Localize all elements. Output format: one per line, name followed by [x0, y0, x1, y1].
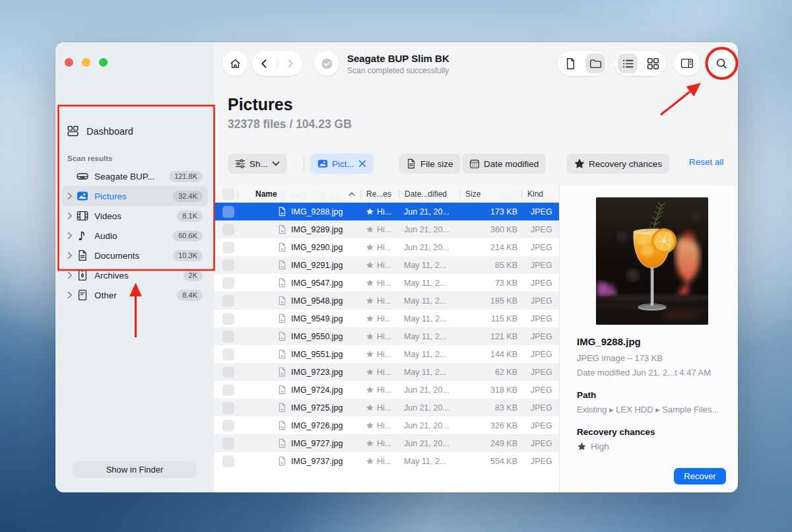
recovery-cell: Hi... — [360, 350, 399, 359]
traffic-lights — [65, 58, 108, 67]
file-icon — [406, 158, 416, 169]
table-row[interactable]: IMG_9737.jpg Hi... May 11, 2... 554 KB J… — [214, 452, 559, 470]
close-icon[interactable] — [358, 160, 366, 168]
table-row[interactable]: IMG_9727.jpg Hi... Jun 21, 20... 249 KB … — [214, 434, 559, 452]
recovery-chances-filter-button[interactable]: Recovery chances — [567, 154, 669, 174]
recovery-cell: Hi... — [360, 368, 399, 377]
table-row[interactable]: IMG_9290.jpg Hi... Jun 21, 20... 214 KB … — [214, 238, 559, 256]
sidebar-item[interactable]: Audio 60.6K — [61, 226, 208, 246]
image-file-icon — [277, 242, 287, 252]
image-file-icon — [277, 331, 287, 341]
column-header-name[interactable]: Name — [238, 189, 360, 199]
column-header-kind[interactable]: Kind — [521, 189, 559, 199]
table-header: Name Re...es Date...dified Size Kind — [214, 185, 559, 203]
show-filter-dropdown[interactable]: Sh... — [228, 154, 287, 174]
table-row[interactable]: IMG_9291.jpg Hi... May 11, 2... 85 KB JP… — [214, 256, 559, 274]
scan-status-button[interactable] — [314, 51, 339, 76]
star-icon — [366, 385, 374, 394]
sidebar-item[interactable]: Other 8.4K — [61, 285, 208, 305]
row-checkbox[interactable] — [222, 277, 234, 289]
row-checkbox[interactable] — [222, 331, 234, 343]
date-modified-filter-button[interactable]: Date modified — [462, 154, 546, 174]
sidebar-item[interactable]: Seagate BUP... 121.8K — [61, 166, 208, 186]
sidebar-item[interactable]: Archives 2K — [61, 265, 208, 285]
kind-cell: JPEG — [521, 385, 559, 395]
table-row[interactable]: IMG_9548.jpg Hi... May 11, 2... 185 KB J… — [214, 292, 559, 310]
close-window-button[interactable] — [65, 58, 73, 67]
table-row[interactable]: IMG_9723.jpg Hi... May 11, 2... 62 KB JP… — [214, 363, 559, 381]
row-checkbox[interactable] — [222, 366, 234, 378]
row-checkbox[interactable] — [222, 242, 234, 253]
folder-icon — [589, 57, 602, 70]
date-cell: May 11, 2... — [399, 279, 459, 288]
size-cell: 85 KB — [459, 261, 521, 270]
recover-label: Recover — [684, 471, 715, 481]
recovery-cell: Hi... — [360, 457, 399, 466]
row-checkbox[interactable] — [222, 455, 234, 467]
image-file-icon — [277, 403, 287, 413]
table-row[interactable]: IMG_9725.jpg Hi... Jun 21, 20... 83 KB J… — [214, 399, 559, 416]
row-checkbox[interactable] — [222, 224, 234, 236]
app-window: Dashboard Scan results Seagate BUP... 12… — [55, 42, 738, 492]
star-icon — [366, 368, 374, 376]
row-checkbox[interactable] — [222, 259, 234, 271]
type-filter-chip[interactable]: Pict... — [310, 154, 374, 174]
sidebar-item-dashboard[interactable]: Dashboard — [67, 125, 133, 137]
file-name-cell: IMG_9288.jpg — [238, 207, 360, 216]
row-checkbox[interactable] — [222, 438, 234, 449]
recover-button[interactable]: Recover — [674, 468, 726, 484]
toggle-preview-panel-button[interactable] — [674, 51, 700, 76]
minimize-window-button[interactable] — [82, 58, 90, 67]
column-header-recovery[interactable]: Re...es — [360, 189, 399, 199]
folders-view-button[interactable] — [585, 53, 605, 73]
table-row[interactable]: IMG_9289.jpg Hi... Jun 21, 20... 360 KB … — [214, 220, 559, 238]
sidebar-item[interactable]: Pictures 32.4K — [61, 186, 208, 206]
kind-cell: JPEG — [521, 403, 559, 413]
row-checkbox[interactable] — [222, 206, 234, 218]
column-header-date[interactable]: Date...dified — [399, 189, 459, 199]
table-row[interactable]: IMG_9288.jpg Hi... Jun 21, 20... 173 KB … — [214, 203, 559, 220]
date-cell: May 11, 2... — [399, 368, 459, 377]
home-button[interactable] — [222, 51, 248, 76]
table-row[interactable]: IMG_9550.jpg Hi... May 11, 2... 121 KB J… — [214, 327, 559, 345]
sidebar-item[interactable]: Videos 8.1K — [61, 206, 208, 226]
file-name-cell: IMG_9737.jpg — [238, 456, 360, 466]
row-checkbox[interactable] — [222, 349, 234, 360]
show-filter-label: Sh... — [249, 159, 268, 169]
file-size-filter-button[interactable]: File size — [399, 154, 461, 174]
row-checkbox[interactable] — [222, 313, 234, 325]
show-in-finder-button[interactable]: Show in Finder — [73, 461, 197, 478]
sidebar-item[interactable]: Documents 10.3K — [61, 246, 208, 265]
row-checkbox[interactable] — [222, 402, 234, 414]
select-all-checkbox[interactable] — [222, 188, 234, 200]
size-cell: 83 KB — [459, 403, 521, 413]
star-icon — [366, 207, 374, 216]
column-header-size[interactable]: Size — [459, 189, 521, 199]
table-row[interactable]: IMG_9726.jpg Hi... Jun 21, 20... 326 KB … — [214, 416, 559, 434]
row-checkbox[interactable] — [222, 420, 234, 432]
row-checkbox[interactable] — [222, 384, 234, 396]
star-icon — [366, 421, 374, 430]
row-checkbox[interactable] — [222, 295, 234, 307]
table-row[interactable]: IMG_9551.jpg Hi... May 11, 2... 144 KB J… — [214, 345, 559, 363]
list-view-button[interactable] — [618, 53, 638, 73]
size-cell: 318 KB — [459, 385, 521, 395]
image-file-icon — [277, 420, 287, 430]
preview-panel: IMG_9288.jpg JPEG image – 173 KB Date mo… — [559, 185, 738, 492]
sidebar-item-label: Documents — [94, 251, 173, 261]
forward-button[interactable] — [277, 51, 302, 76]
table-row[interactable]: IMG_9549.jpg Hi... May 11, 2... 115 KB J… — [214, 310, 559, 327]
layout-toggle — [614, 51, 666, 76]
grid-view-button[interactable] — [640, 51, 665, 76]
table-row[interactable]: IMG_9724.jpg Hi... Jun 21, 20... 318 KB … — [214, 381, 559, 399]
size-cell: 326 KB — [459, 421, 521, 430]
table-row[interactable]: IMG_9547.jpg Hi... May 11, 2... 73 KB JP… — [214, 274, 559, 292]
files-view-button[interactable] — [558, 51, 583, 76]
kind-cell: JPEG — [521, 314, 559, 323]
image-file-icon — [277, 224, 287, 234]
back-button[interactable] — [252, 51, 277, 76]
zoom-window-button[interactable] — [99, 58, 108, 67]
search-button[interactable] — [708, 50, 735, 77]
reset-all-link[interactable]: Reset all — [689, 157, 724, 167]
sidebar-item-label: Pictures — [94, 191, 173, 201]
